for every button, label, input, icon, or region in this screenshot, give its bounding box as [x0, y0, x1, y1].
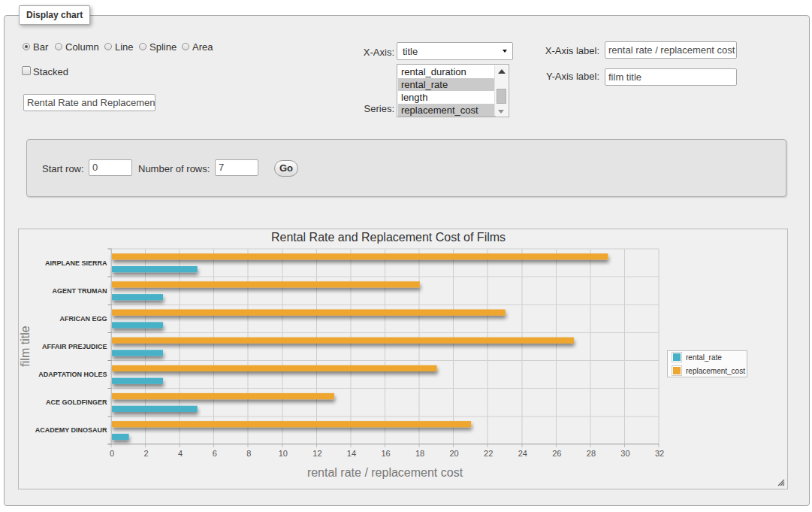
svg-text:ACADEMY DINOSAUR: ACADEMY DINOSAUR [35, 426, 107, 434]
svg-text:14: 14 [347, 449, 356, 458]
svg-text:replacement_cost: replacement_cost [686, 367, 745, 375]
svg-text:4: 4 [178, 449, 183, 458]
svg-text:rental rate / replacement cost: rental rate / replacement cost [307, 466, 463, 479]
svg-text:10: 10 [279, 449, 288, 458]
svg-text:18: 18 [415, 449, 424, 458]
svg-text:26: 26 [552, 449, 561, 458]
svg-text:0: 0 [110, 449, 114, 458]
svg-text:22: 22 [484, 449, 493, 458]
svg-text:ADAPTATION HOLES: ADAPTATION HOLES [38, 371, 107, 378]
svg-text:Rental Rate and Replacement Co: Rental Rate and Replacement Cost of Film… [271, 231, 506, 244]
svg-text:AIRPLANE SIERRA: AIRPLANE SIERRA [45, 259, 107, 267]
svg-text:ACE GOLDFINGER: ACE GOLDFINGER [46, 398, 107, 406]
svg-text:6: 6 [213, 449, 217, 458]
svg-text:28: 28 [587, 449, 596, 458]
svg-text:8: 8 [246, 449, 251, 458]
svg-text:2: 2 [144, 449, 149, 458]
svg-text:32: 32 [655, 449, 664, 458]
svg-text:24: 24 [518, 449, 527, 458]
svg-text:16: 16 [381, 449, 390, 458]
svg-text:AGENT TRUMAN: AGENT TRUMAN [53, 287, 107, 295]
svg-text:12: 12 [312, 449, 321, 458]
svg-text:film title: film title [19, 326, 32, 366]
svg-text:rental_rate: rental_rate [686, 353, 722, 362]
svg-text:20: 20 [449, 449, 458, 458]
svg-text:AFRICAN EGG: AFRICAN EGG [60, 315, 107, 323]
svg-text:30: 30 [620, 449, 629, 458]
svg-text:AFFAIR PREJUDICE: AFFAIR PREJUDICE [42, 343, 107, 350]
